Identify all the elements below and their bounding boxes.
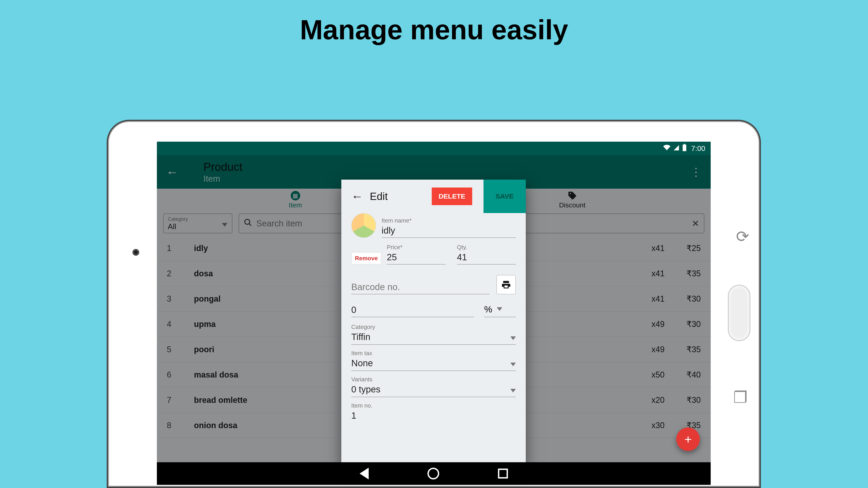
discount-value-input[interactable] bbox=[351, 303, 474, 317]
remove-image-button[interactable]: Remove bbox=[351, 252, 381, 265]
price-input[interactable] bbox=[387, 251, 445, 265]
category-field-label: Category bbox=[351, 324, 516, 330]
qty-input[interactable] bbox=[457, 251, 516, 265]
category-select[interactable]: Tiffin bbox=[351, 330, 516, 345]
recent-apps-icon: ❐ bbox=[733, 388, 747, 407]
nav-home-icon[interactable] bbox=[428, 468, 439, 480]
item-name-label: Item name* bbox=[381, 217, 516, 224]
discount-unit-value: % bbox=[484, 304, 492, 315]
svg-rect-0 bbox=[683, 144, 686, 151]
category-select-value: Tiffin bbox=[351, 332, 370, 342]
qty-label: Qty. bbox=[457, 244, 516, 251]
signal-icon bbox=[673, 144, 680, 153]
camera-dot bbox=[132, 249, 139, 256]
item-tax-label: Item tax bbox=[351, 350, 516, 357]
discount-unit-dropdown[interactable]: % bbox=[484, 304, 516, 317]
variants-label: Variants bbox=[351, 376, 516, 383]
android-status-bar: 7:00 bbox=[157, 142, 711, 155]
save-button[interactable]: SAVE bbox=[484, 180, 526, 213]
variants-value: 0 types bbox=[351, 384, 380, 394]
app-body: ← Product Item ⋮ ▦ Item Discount Categor… bbox=[157, 155, 711, 462]
wifi-icon bbox=[663, 144, 671, 153]
chevron-down-icon bbox=[510, 384, 516, 394]
tablet-home-button[interactable] bbox=[728, 285, 750, 341]
print-barcode-button[interactable] bbox=[496, 275, 516, 294]
item-image[interactable] bbox=[351, 213, 376, 238]
item-name-input[interactable] bbox=[381, 224, 516, 238]
item-no-label: Item no. bbox=[351, 402, 516, 409]
edit-item-modal: ← Edit DELETE SAVE Item name* Remove bbox=[341, 180, 526, 465]
nav-back-icon[interactable] bbox=[360, 468, 369, 480]
item-tax-value: None bbox=[351, 358, 373, 368]
barcode-input[interactable] bbox=[351, 281, 490, 294]
item-no-input[interactable] bbox=[351, 409, 516, 422]
price-label: Price* bbox=[387, 244, 445, 251]
modal-back-icon[interactable]: ← bbox=[351, 190, 363, 203]
promo-title: Manage menu easily bbox=[0, 14, 868, 46]
chevron-down-icon bbox=[510, 358, 516, 368]
add-item-fab[interactable]: + bbox=[676, 427, 700, 451]
status-time: 7:00 bbox=[691, 144, 705, 153]
variants-select[interactable]: 0 types bbox=[351, 383, 516, 397]
modal-body: Item name* Remove Price* Qty. bbox=[341, 213, 526, 465]
modal-header: ← Edit DELETE SAVE bbox=[341, 180, 526, 213]
modal-title: Edit bbox=[370, 190, 388, 202]
delete-button[interactable]: DELETE bbox=[432, 188, 472, 205]
item-tax-select[interactable]: None bbox=[351, 357, 516, 371]
android-nav-bar bbox=[157, 462, 711, 485]
nav-recent-icon[interactable] bbox=[498, 468, 508, 479]
tablet-screen: 7:00 ← Product Item ⋮ ▦ Item Discount bbox=[157, 142, 711, 485]
chevron-down-icon bbox=[497, 307, 502, 312]
battery-icon bbox=[682, 144, 687, 153]
chevron-down-icon bbox=[510, 332, 516, 342]
rotate-icon: ⟳ bbox=[736, 227, 749, 246]
svg-rect-1 bbox=[684, 144, 685, 145]
